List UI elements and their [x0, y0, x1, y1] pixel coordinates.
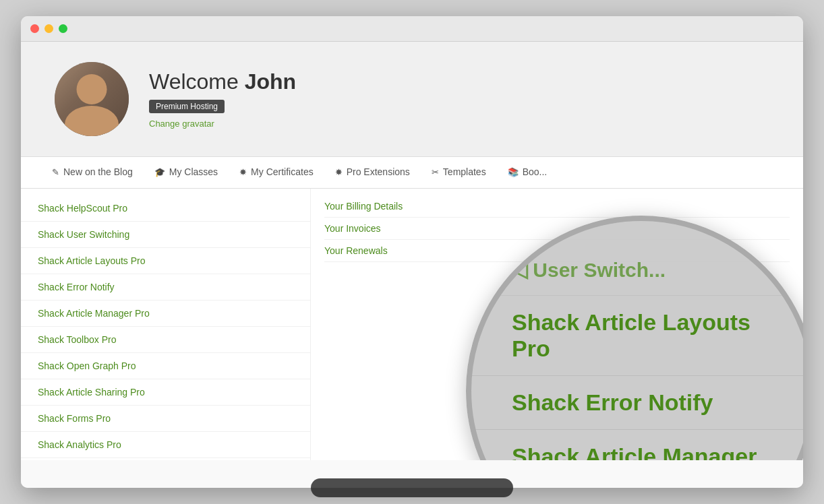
traffic-lights: [30, 24, 67, 33]
tab-pro-extensions-label: Pro Extensions: [347, 166, 410, 177]
pro-extensions-icon: ✸: [335, 167, 343, 177]
list-item[interactable]: Shack Open Graph Pro: [21, 353, 310, 379]
tab-my-certificates[interactable]: ✸ My Certificates: [229, 157, 324, 188]
tab-my-classes[interactable]: 🎓 My Classes: [144, 157, 229, 188]
list-item[interactable]: Shack User Switching: [21, 222, 310, 248]
list-item[interactable]: Shack Analytics Pro: [21, 432, 310, 458]
username: John: [245, 69, 296, 94]
list-item[interactable]: Shack HelpScout Pro: [21, 195, 310, 222]
tab-pro-extensions[interactable]: ✸ Pro Extensions: [324, 157, 421, 188]
blog-icon: ✎: [52, 167, 59, 177]
content-area: Welcome John Premium Hosting Change grav…: [21, 42, 803, 488]
titlebar: [21, 16, 803, 42]
tab-classes-label: My Classes: [169, 166, 218, 177]
billing-details-link[interactable]: Your Billing Details: [324, 195, 790, 218]
list-item[interactable]: Shack Article Manager Pro: [21, 301, 310, 327]
list-item[interactable]: Shack Error Notify: [21, 274, 310, 301]
welcome-info: Welcome John Premium Hosting Change grav…: [149, 69, 296, 129]
tab-certificates-label: My Certificates: [251, 166, 314, 177]
tab-books[interactable]: 📚 Boo...: [497, 157, 558, 188]
avatar-image: [55, 62, 129, 136]
welcome-title: Welcome John: [149, 69, 296, 94]
tab-templates-label: Templates: [443, 166, 486, 177]
magnifier-item-error-notify[interactable]: Shack Error Notify: [471, 376, 803, 430]
magnifier-item-article-layouts[interactable]: Shack Article Layouts Pro: [471, 296, 803, 376]
list-item[interactable]: Shack Toolbox Pro: [21, 327, 310, 353]
main-window: Welcome John Premium Hosting Change grav…: [21, 16, 803, 488]
certificates-icon: ✸: [239, 167, 247, 177]
tab-new-on-blog[interactable]: ✎ New on the Blog: [41, 157, 144, 188]
avatar: [55, 62, 129, 136]
templates-icon: ✂: [432, 167, 439, 177]
magnifier-overlay: ◁ User Switch... Shack Article Layouts P…: [466, 216, 803, 460]
list-item[interactable]: Shack Forms Pro: [21, 406, 310, 432]
left-panel: Shack HelpScout Pro Shack User Switching…: [21, 189, 311, 460]
tabs-bar: ✎ New on the Blog 🎓 My Classes ✸ My Cert…: [21, 157, 803, 189]
books-icon: 📚: [508, 167, 519, 177]
minimize-button[interactable]: [45, 24, 53, 33]
dock-bar: [311, 478, 513, 497]
list-item[interactable]: Shack Article Layouts Pro: [21, 248, 310, 274]
list-item[interactable]: Shack Article Sharing Pro: [21, 379, 310, 406]
change-gravatar-link[interactable]: Change gravatar: [149, 119, 296, 129]
maximize-button[interactable]: [59, 24, 67, 33]
tab-books-label: Boo...: [523, 166, 548, 177]
tab-templates[interactable]: ✂ Templates: [421, 157, 497, 188]
main-content: Shack HelpScout Pro Shack User Switching…: [21, 189, 803, 460]
profile-section: Welcome John Premium Hosting Change grav…: [21, 42, 803, 157]
tab-blog-label: New on the Blog: [63, 166, 133, 177]
welcome-prefix: Welcome: [149, 69, 245, 94]
premium-badge: Premium Hosting: [149, 100, 225, 113]
classes-icon: 🎓: [154, 167, 165, 177]
magnifier-item-article-manager[interactable]: Shack Article Manager Pro: [471, 430, 803, 460]
magnifier-item-user-switch[interactable]: ◁ User Switch...: [471, 248, 803, 296]
close-button[interactable]: [30, 24, 39, 33]
